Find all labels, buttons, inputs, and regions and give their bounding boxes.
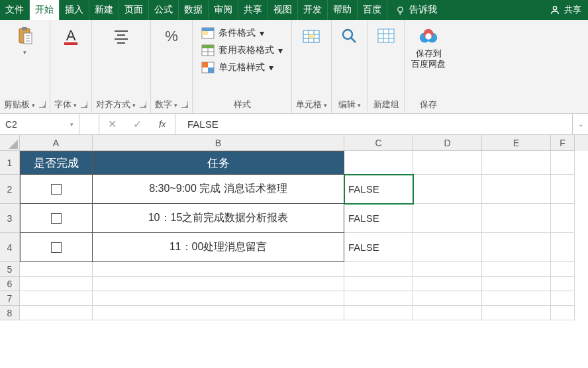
cell-d4[interactable] bbox=[413, 233, 482, 262]
col-header-b[interactable]: B bbox=[93, 135, 344, 151]
fx-button[interactable]: fx bbox=[150, 118, 175, 130]
select-all-button[interactable] bbox=[0, 135, 20, 151]
cell[interactable] bbox=[93, 291, 344, 306]
cell[interactable] bbox=[413, 291, 482, 306]
tab-new[interactable]: 新建 bbox=[89, 0, 119, 20]
row-header[interactable]: 6 bbox=[0, 277, 20, 291]
tab-formula[interactable]: 公式 bbox=[149, 0, 179, 20]
col-header-c[interactable]: C bbox=[344, 135, 413, 151]
cell-f3[interactable] bbox=[551, 204, 575, 233]
cell[interactable] bbox=[93, 277, 344, 291]
cell[interactable] bbox=[413, 262, 482, 277]
row-header[interactable]: 5 bbox=[0, 262, 20, 277]
expand-formula-button[interactable]: ⌄ bbox=[572, 114, 588, 134]
cell[interactable] bbox=[482, 291, 551, 306]
cell-f2[interactable] bbox=[551, 175, 575, 204]
cancel-formula-button[interactable]: ✕ bbox=[99, 118, 124, 130]
cell[interactable] bbox=[344, 262, 413, 277]
cell-a4[interactable] bbox=[20, 233, 93, 262]
cell-a3[interactable] bbox=[20, 204, 93, 233]
col-header-a[interactable]: A bbox=[20, 135, 93, 151]
cell-style-button[interactable]: 单元格样式▾ bbox=[200, 61, 284, 74]
cell-e3[interactable] bbox=[482, 204, 551, 233]
tab-dev[interactable]: 开发 bbox=[298, 0, 328, 20]
col-header-f[interactable]: F bbox=[551, 135, 575, 151]
cell[interactable] bbox=[20, 277, 93, 291]
cell-c3[interactable]: FALSE bbox=[344, 204, 413, 233]
cell-c1[interactable] bbox=[344, 151, 413, 175]
newgroup-button[interactable] bbox=[372, 25, 400, 48]
cell-d3[interactable] bbox=[413, 204, 482, 233]
cell[interactable] bbox=[482, 306, 551, 320]
formula-input[interactable]: FALSE bbox=[175, 114, 572, 134]
row-header[interactable]: 1 bbox=[0, 151, 20, 175]
align-button[interactable] bbox=[107, 25, 135, 48]
cell-d1[interactable] bbox=[413, 151, 482, 175]
checkbox[interactable] bbox=[51, 184, 62, 195]
cell[interactable] bbox=[344, 306, 413, 320]
cell-e2[interactable] bbox=[482, 175, 551, 204]
tab-view[interactable]: 视图 bbox=[268, 0, 298, 20]
cell[interactable] bbox=[551, 262, 575, 277]
chevron-down-icon[interactable]: ▾ bbox=[70, 121, 74, 128]
dialog-launcher-icon[interactable] bbox=[140, 101, 146, 108]
cell-b1[interactable]: 任务 bbox=[93, 151, 344, 175]
cell-f4[interactable] bbox=[551, 233, 575, 262]
row-header[interactable]: 4 bbox=[0, 233, 20, 262]
cell[interactable] bbox=[344, 291, 413, 306]
col-header-d[interactable]: D bbox=[413, 135, 482, 151]
cell[interactable] bbox=[413, 277, 482, 291]
tab-share[interactable]: 共享 bbox=[238, 0, 268, 20]
tab-baidu[interactable]: 百度 bbox=[358, 0, 387, 20]
cell-f1[interactable] bbox=[551, 151, 575, 175]
cell-e1[interactable] bbox=[482, 151, 551, 175]
cell-b4[interactable]: 11：00处理消息留言 bbox=[93, 233, 344, 262]
table-format-button[interactable]: 套用表格格式▾ bbox=[200, 44, 284, 57]
conditional-format-button[interactable]: 条件格式▾ bbox=[200, 26, 284, 40]
editing-button[interactable] bbox=[336, 25, 364, 48]
checkbox[interactable] bbox=[51, 213, 62, 224]
col-header-e[interactable]: E bbox=[482, 135, 551, 151]
cell[interactable] bbox=[20, 291, 93, 306]
cell[interactable] bbox=[551, 277, 575, 291]
tell-me[interactable]: 告诉我 bbox=[390, 0, 442, 20]
tab-file[interactable]: 文件 bbox=[0, 0, 30, 20]
cell[interactable] bbox=[93, 306, 344, 320]
name-box[interactable]: C2 ▾ bbox=[0, 114, 79, 134]
dialog-launcher-icon[interactable] bbox=[39, 101, 46, 108]
row-header[interactable]: 8 bbox=[0, 306, 20, 320]
cell[interactable] bbox=[551, 306, 575, 320]
paste-button[interactable]: ▾ bbox=[11, 25, 39, 57]
dialog-launcher-icon[interactable] bbox=[81, 101, 87, 108]
cell-b3[interactable]: 10：15之前完成数据分析报表 bbox=[93, 204, 344, 233]
cell-c4[interactable]: FALSE bbox=[344, 233, 413, 262]
cell-a1[interactable]: 是否完成 bbox=[20, 151, 93, 175]
cell-c2[interactable]: FALSE bbox=[344, 175, 413, 204]
font-button[interactable]: A bbox=[57, 25, 85, 48]
tab-data[interactable]: 数据 bbox=[179, 0, 209, 20]
cell-d2[interactable] bbox=[413, 175, 482, 204]
tab-help[interactable]: 帮助 bbox=[328, 0, 358, 20]
cell[interactable] bbox=[482, 277, 551, 291]
dialog-launcher-icon[interactable] bbox=[181, 101, 188, 108]
tab-review[interactable]: 审阅 bbox=[209, 0, 238, 20]
row-header[interactable]: 2 bbox=[0, 175, 20, 204]
cells-button[interactable] bbox=[298, 25, 326, 48]
cell[interactable] bbox=[20, 262, 93, 277]
cell[interactable] bbox=[482, 262, 551, 277]
cell-b2[interactable]: 8:30~9:00 完成 消息话术整理 bbox=[93, 175, 344, 204]
cell[interactable] bbox=[93, 262, 344, 277]
checkbox[interactable] bbox=[51, 242, 62, 253]
cell[interactable] bbox=[413, 306, 482, 320]
accept-formula-button[interactable]: ✓ bbox=[124, 118, 150, 130]
tab-page[interactable]: 页面 bbox=[119, 0, 149, 20]
tab-insert[interactable]: 插入 bbox=[60, 0, 89, 20]
save-baidu-button[interactable]: 保存到 百度网盘 bbox=[409, 25, 448, 71]
cell-a2[interactable] bbox=[20, 175, 93, 204]
cell[interactable] bbox=[551, 291, 575, 306]
share-button[interactable]: 共享 bbox=[543, 0, 588, 20]
cell-e4[interactable] bbox=[482, 233, 551, 262]
cell[interactable] bbox=[344, 277, 413, 291]
tab-home[interactable]: 开始 bbox=[30, 0, 60, 20]
row-header[interactable]: 7 bbox=[0, 291, 20, 306]
